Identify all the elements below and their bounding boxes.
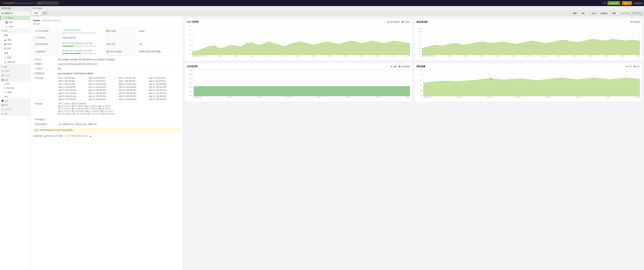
sidebar-item-home[interactable]: 🖥 home — [0, 16, 30, 20]
sidebar-section-system: ⚙系统 — [0, 29, 30, 33]
sidebar-item-certificates[interactable]: 🔐凭证 — [0, 38, 30, 42]
cpu-freq-item: 线程 7: 1300.000 MHz — [118, 80, 148, 83]
network-chart-title: 网络流量 — [416, 65, 425, 68]
cpu-freq-item: 线程 18: 1200.000 MHz — [88, 89, 118, 92]
load-icon: ≡ — [35, 36, 36, 39]
sidebar-item-shell[interactable]: >_ Shell — [0, 25, 30, 29]
expand-icon[interactable]: ▶ — [90, 135, 92, 137]
help-button[interactable]: 帮助 — [610, 11, 618, 15]
sidebar-item-directory[interactable]: 📁目录 — [0, 90, 30, 95]
load-chart-container: 服务器负载 平均负荷 10.90.80.70.60.50.40.30.20.10 — [414, 18, 642, 61]
cpu-chart-title: CPU 利用率 — [187, 20, 198, 23]
non-production-badge: ⚠ 非生产数据存储已启用！ — [64, 135, 88, 137]
cpu-freq-item: 线程 31: 1200.000 MHz — [118, 98, 148, 101]
cpu-temp-item: 核心 13: 20.0°C | 核心 14: 21.0°C | 核心 15: 2… — [58, 113, 178, 115]
memory-chart-container: 内存使用率 总额 内存使用率 32 Gi28 Gi24 Gi20 Gi16 Gi… — [184, 63, 412, 102]
sidebar-section-disks: 💽磁盘 — [0, 78, 30, 82]
cpu-freq-item: 线程 16: 1200.000 MHz — [148, 86, 178, 89]
cpu-freq-item: 线程 8: 1200.000 MHz — [148, 80, 178, 83]
time-selector-button[interactable]: 小时 (平均) — [630, 11, 643, 15]
cpu-freq-item: 线程 2: 2000.000 MHz — [88, 77, 118, 80]
cpu-freq-item: 线程 24: 1221.436 MHz — [148, 92, 178, 95]
breadcrumb-bar: 节点 'home' — [30, 6, 644, 11]
cpu-freq-item: 线程 19: 1200.000 MHz — [118, 89, 148, 92]
network-chart-container: 网络流量 下行 上行 7 k6 k5 k4 k3 k2 k — [414, 63, 642, 102]
backup-icon: 💾 — [6, 21, 8, 24]
cpu-temp-item: 核心 0: 21.0°C | 核心 2: 20.0°C | 核心 3: 20.0… — [58, 105, 178, 108]
storage-status-label: 存储库状态 — [33, 135, 43, 137]
sidebar-section-updates: ↻更新 — [0, 64, 30, 69]
proxmox-update-badge: Proxmox VE 更新 — [44, 135, 62, 137]
sidebar-item-network[interactable]: 网络 — [0, 33, 30, 38]
cpu-freq-item: 线程 9: 1200.000 MHz — [58, 83, 88, 86]
cpu-freq-item: 线程 11: 1700.000 MHz — [118, 83, 148, 86]
cpu-freq-item: 线程 6: 1200.000 MHz — [88, 80, 118, 83]
create-vm-button[interactable]: 创建虚拟机 — [608, 1, 620, 5]
cpu-icon: ⚙ — [35, 30, 37, 32]
swap-icon: 🔄 — [106, 50, 109, 53]
cpu-freq-item: 线程 26: 1400.000 MHz — [88, 95, 118, 98]
shell-button[interactable]: >_ Shell — [588, 12, 598, 15]
tabbar: 概要 笔记 重置 关机 >_ Shell 批量操作 帮助 小时 (平均) 小时 … — [30, 11, 644, 16]
sidebar-item-options[interactable]: 选项 — [0, 51, 30, 55]
sidebar-header: 服务器视图 — [0, 6, 30, 11]
cpu-freq-item: 线程 3: 1200.000 MHz — [118, 77, 148, 80]
cpu-freq-item: 线程 12: 1200.000 MHz — [148, 83, 178, 86]
doc-link[interactable]: 文档 — [602, 2, 606, 4]
shutdown-button[interactable]: 关机 — [579, 11, 587, 15]
info-panel: home (运行时间: 02:53:44) 软件版本 ⚙ CPU 利用率 1.4… — [30, 16, 182, 270]
sidebar: 服务器视图 🏢 数据中心 🖥 home 💾 备主 >_ Shell ⚙系统 网络… — [0, 6, 30, 270]
sidebar-item-lvm[interactable]: ▪LVM — [0, 82, 30, 86]
sidebar-section-tasks: 📊任务历史 — [0, 107, 30, 112]
software-version-label: 软件版本 — [33, 23, 180, 25]
create-ct-button[interactable]: 创建 CT — [622, 1, 632, 5]
sidebar-item-dns[interactable]: 🌐DNS — [0, 42, 30, 46]
cpu-freq-item: 线程 28: 1200.000 MHz — [148, 95, 178, 98]
memory-icon: ▦ — [35, 43, 37, 45]
cpu-freq-item: 线程 5: 1200.000 MHz — [58, 80, 88, 83]
topbar: ✦ PROXMOX Virtual Environment 8.3.3 文档 创… — [0, 0, 644, 6]
cpu-freq-item: 线程 30: 1315.640 MHz — [88, 98, 118, 101]
reload-button[interactable]: 重置 — [571, 11, 578, 15]
sidebar-item-datacenter[interactable]: 🏢 数据中心 — [0, 11, 30, 16]
sidebar-item-lvm-thin[interactable]: ▪LVM-Thin — [0, 86, 30, 90]
cpu-freq-item: 线程 20: 1200.000 MHz — [148, 89, 178, 92]
datacenter-icon: 🏢 — [1, 12, 4, 14]
cpu-freq-item: 线程 17: 1200.000 MHz — [58, 89, 88, 92]
io-icon: 📶 — [106, 30, 109, 32]
sidebar-section-storage: 💿存储库 — [0, 69, 30, 73]
sidebar-item-backup[interactable]: 💾 备主 — [0, 20, 30, 25]
disk-icon: □ — [35, 50, 36, 53]
cpu-chart-container: CPU 利用率 CPU 利用率 IO 延迟 32.521.510.50 — [184, 18, 412, 61]
cpu-temp-item: CPU 1: 25.0°C | 风扇: 927转/分钟 — [58, 102, 178, 105]
tab-summary[interactable]: 概要 — [32, 11, 40, 16]
cpu-freq-item: 线程 23: 1200.000 MHz — [118, 92, 148, 95]
cpu-freq-item: 线程 14: 1200.000 MHz — [88, 86, 118, 89]
sidebar-section-subscription: ⊕订阅 — [0, 112, 30, 116]
cpu-freq-item: 线程 13: 1200.000 MHz — [58, 86, 88, 89]
charts-panel: CPU 利用率 CPU 利用率 IO 延迟 32.521.510.50 — [182, 16, 644, 270]
storage-status-row: 存储库状态 Proxmox VE 更新 ⚠ 非生产数据存储已启用！ ▶ — [33, 134, 180, 138]
sidebar-section-replication: 🔄复制 — [0, 103, 30, 107]
sidebar-item-time[interactable]: 🕐时间 — [0, 55, 30, 60]
app-logo: ✦ PROXMOX Virtual Environment 8.3.3 — [2, 2, 35, 4]
cpu-freq-item: 线程 15: 1200.000 MHz — [118, 86, 148, 89]
app-subtitle: Virtual Environment 8.3.3 — [16, 2, 35, 4]
search-input[interactable] — [37, 1, 59, 5]
cpu-temp-item: 核心 5: 21.0°C | 核心 6: 20.0°C | 核心 7: 20.0… — [58, 108, 178, 110]
sidebar-item-syslog[interactable]: 📋系统日志 — [0, 60, 30, 64]
home-icon: 🖥 — [4, 17, 6, 19]
cpu-freq-item: 线程 10: 1200.000 MHz — [88, 83, 118, 86]
shell-icon: >_ — [6, 25, 8, 28]
sidebar-section-firewall: 🔥防火墙 — [0, 73, 30, 78]
cpu-freq-item: 线程 1: 1700.000 MHz — [58, 77, 88, 80]
bulk-actions-button[interactable]: 批量操作 — [598, 11, 610, 15]
sidebar-item-host[interactable]: 🖥主机 — [0, 46, 30, 51]
cpu-freq-item: 线程 32: 2200.000 MHz — [148, 98, 178, 101]
svg-point-26 — [490, 78, 492, 79]
hint-row: 提示: 未安装存储设备或已直通存储设备控制器！ — [33, 128, 180, 132]
tab-notes[interactable]: 笔记 — [40, 11, 49, 16]
sidebar-item-zfs[interactable]: ZFS — [0, 95, 30, 99]
node-title: home (运行时间: 02:53:44) — [33, 19, 180, 22]
cpu-freq-item: 线程 21: 1197.220 MHz — [58, 92, 88, 95]
